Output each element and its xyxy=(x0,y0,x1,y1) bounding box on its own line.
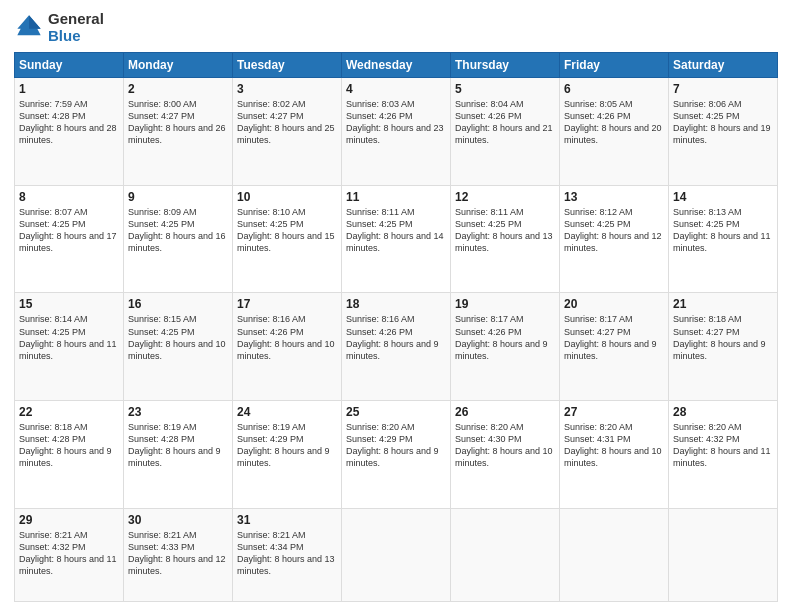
day-number: 5 xyxy=(455,82,555,96)
weekday-header-row: Sunday Monday Tuesday Wednesday Thursday… xyxy=(15,53,778,78)
table-row: 15Sunrise: 8:14 AMSunset: 4:25 PMDayligh… xyxy=(15,293,124,401)
table-row: 14Sunrise: 8:13 AMSunset: 4:25 PMDayligh… xyxy=(669,185,778,293)
table-row: 19Sunrise: 8:17 AMSunset: 4:26 PMDayligh… xyxy=(451,293,560,401)
day-info: Sunrise: 8:02 AMSunset: 4:27 PMDaylight:… xyxy=(237,98,337,147)
calendar-row: 29Sunrise: 8:21 AMSunset: 4:32 PMDayligh… xyxy=(15,508,778,601)
table-row: 28Sunrise: 8:20 AMSunset: 4:32 PMDayligh… xyxy=(669,401,778,509)
table-row: 25Sunrise: 8:20 AMSunset: 4:29 PMDayligh… xyxy=(342,401,451,509)
day-info: Sunrise: 8:10 AMSunset: 4:25 PMDaylight:… xyxy=(237,206,337,255)
table-row: 6Sunrise: 8:05 AMSunset: 4:26 PMDaylight… xyxy=(560,78,669,186)
day-info: Sunrise: 8:20 AMSunset: 4:29 PMDaylight:… xyxy=(346,421,446,470)
day-number: 4 xyxy=(346,82,446,96)
day-info: Sunrise: 8:05 AMSunset: 4:26 PMDaylight:… xyxy=(564,98,664,147)
table-row: 3Sunrise: 8:02 AMSunset: 4:27 PMDaylight… xyxy=(233,78,342,186)
calendar-row: 22Sunrise: 8:18 AMSunset: 4:28 PMDayligh… xyxy=(15,401,778,509)
day-number: 24 xyxy=(237,405,337,419)
day-number: 30 xyxy=(128,513,228,527)
logo-text: General Blue xyxy=(48,10,104,44)
day-info: Sunrise: 8:18 AMSunset: 4:28 PMDaylight:… xyxy=(19,421,119,470)
calendar-row: 8Sunrise: 8:07 AMSunset: 4:25 PMDaylight… xyxy=(15,185,778,293)
day-number: 18 xyxy=(346,297,446,311)
day-number: 17 xyxy=(237,297,337,311)
calendar-row: 1Sunrise: 7:59 AMSunset: 4:28 PMDaylight… xyxy=(15,78,778,186)
logo-icon xyxy=(14,12,44,42)
day-number: 29 xyxy=(19,513,119,527)
day-number: 25 xyxy=(346,405,446,419)
header-thursday: Thursday xyxy=(451,53,560,78)
day-info: Sunrise: 8:20 AMSunset: 4:32 PMDaylight:… xyxy=(673,421,773,470)
table-row: 16Sunrise: 8:15 AMSunset: 4:25 PMDayligh… xyxy=(124,293,233,401)
day-info: Sunrise: 8:16 AMSunset: 4:26 PMDaylight:… xyxy=(237,313,337,362)
svg-marker-1 xyxy=(29,15,41,28)
table-row: 23Sunrise: 8:19 AMSunset: 4:28 PMDayligh… xyxy=(124,401,233,509)
day-number: 13 xyxy=(564,190,664,204)
table-row: 1Sunrise: 7:59 AMSunset: 4:28 PMDaylight… xyxy=(15,78,124,186)
day-number: 22 xyxy=(19,405,119,419)
day-info: Sunrise: 8:00 AMSunset: 4:27 PMDaylight:… xyxy=(128,98,228,147)
table-row: 29Sunrise: 8:21 AMSunset: 4:32 PMDayligh… xyxy=(15,508,124,601)
day-number: 6 xyxy=(564,82,664,96)
day-number: 2 xyxy=(128,82,228,96)
day-number: 1 xyxy=(19,82,119,96)
day-info: Sunrise: 8:11 AMSunset: 4:25 PMDaylight:… xyxy=(455,206,555,255)
day-info: Sunrise: 8:19 AMSunset: 4:29 PMDaylight:… xyxy=(237,421,337,470)
header: General Blue xyxy=(14,10,778,44)
day-info: Sunrise: 8:16 AMSunset: 4:26 PMDaylight:… xyxy=(346,313,446,362)
header-tuesday: Tuesday xyxy=(233,53,342,78)
table-row: 12Sunrise: 8:11 AMSunset: 4:25 PMDayligh… xyxy=(451,185,560,293)
header-wednesday: Wednesday xyxy=(342,53,451,78)
day-info: Sunrise: 8:06 AMSunset: 4:25 PMDaylight:… xyxy=(673,98,773,147)
day-info: Sunrise: 8:20 AMSunset: 4:30 PMDaylight:… xyxy=(455,421,555,470)
day-info: Sunrise: 8:13 AMSunset: 4:25 PMDaylight:… xyxy=(673,206,773,255)
logo: General Blue xyxy=(14,10,104,44)
day-info: Sunrise: 8:12 AMSunset: 4:25 PMDaylight:… xyxy=(564,206,664,255)
header-friday: Friday xyxy=(560,53,669,78)
day-number: 19 xyxy=(455,297,555,311)
day-info: Sunrise: 8:17 AMSunset: 4:27 PMDaylight:… xyxy=(564,313,664,362)
day-info: Sunrise: 8:21 AMSunset: 4:34 PMDaylight:… xyxy=(237,529,337,578)
calendar-row: 15Sunrise: 8:14 AMSunset: 4:25 PMDayligh… xyxy=(15,293,778,401)
header-monday: Monday xyxy=(124,53,233,78)
day-info: Sunrise: 8:11 AMSunset: 4:25 PMDaylight:… xyxy=(346,206,446,255)
table-row: 10Sunrise: 8:10 AMSunset: 4:25 PMDayligh… xyxy=(233,185,342,293)
table-row xyxy=(669,508,778,601)
day-number: 8 xyxy=(19,190,119,204)
day-info: Sunrise: 8:17 AMSunset: 4:26 PMDaylight:… xyxy=(455,313,555,362)
day-info: Sunrise: 8:14 AMSunset: 4:25 PMDaylight:… xyxy=(19,313,119,362)
table-row: 18Sunrise: 8:16 AMSunset: 4:26 PMDayligh… xyxy=(342,293,451,401)
day-number: 27 xyxy=(564,405,664,419)
day-info: Sunrise: 8:04 AMSunset: 4:26 PMDaylight:… xyxy=(455,98,555,147)
day-number: 28 xyxy=(673,405,773,419)
day-number: 26 xyxy=(455,405,555,419)
day-number: 3 xyxy=(237,82,337,96)
day-info: Sunrise: 8:03 AMSunset: 4:26 PMDaylight:… xyxy=(346,98,446,147)
day-info: Sunrise: 8:21 AMSunset: 4:32 PMDaylight:… xyxy=(19,529,119,578)
day-number: 31 xyxy=(237,513,337,527)
table-row: 17Sunrise: 8:16 AMSunset: 4:26 PMDayligh… xyxy=(233,293,342,401)
day-info: Sunrise: 8:19 AMSunset: 4:28 PMDaylight:… xyxy=(128,421,228,470)
table-row: 30Sunrise: 8:21 AMSunset: 4:33 PMDayligh… xyxy=(124,508,233,601)
day-info: Sunrise: 8:07 AMSunset: 4:25 PMDaylight:… xyxy=(19,206,119,255)
day-number: 20 xyxy=(564,297,664,311)
table-row: 9Sunrise: 8:09 AMSunset: 4:25 PMDaylight… xyxy=(124,185,233,293)
table-row xyxy=(560,508,669,601)
day-number: 23 xyxy=(128,405,228,419)
table-row: 7Sunrise: 8:06 AMSunset: 4:25 PMDaylight… xyxy=(669,78,778,186)
day-number: 14 xyxy=(673,190,773,204)
table-row: 26Sunrise: 8:20 AMSunset: 4:30 PMDayligh… xyxy=(451,401,560,509)
table-row: 20Sunrise: 8:17 AMSunset: 4:27 PMDayligh… xyxy=(560,293,669,401)
day-number: 11 xyxy=(346,190,446,204)
table-row xyxy=(451,508,560,601)
day-number: 9 xyxy=(128,190,228,204)
table-row: 13Sunrise: 8:12 AMSunset: 4:25 PMDayligh… xyxy=(560,185,669,293)
table-row: 27Sunrise: 8:20 AMSunset: 4:31 PMDayligh… xyxy=(560,401,669,509)
table-row: 8Sunrise: 8:07 AMSunset: 4:25 PMDaylight… xyxy=(15,185,124,293)
day-info: Sunrise: 8:21 AMSunset: 4:33 PMDaylight:… xyxy=(128,529,228,578)
page-container: General Blue Sunday Monday Tuesday Wedne… xyxy=(0,0,792,612)
day-number: 7 xyxy=(673,82,773,96)
day-info: Sunrise: 8:09 AMSunset: 4:25 PMDaylight:… xyxy=(128,206,228,255)
header-saturday: Saturday xyxy=(669,53,778,78)
table-row: 31Sunrise: 8:21 AMSunset: 4:34 PMDayligh… xyxy=(233,508,342,601)
table-row: 2Sunrise: 8:00 AMSunset: 4:27 PMDaylight… xyxy=(124,78,233,186)
header-sunday: Sunday xyxy=(15,53,124,78)
